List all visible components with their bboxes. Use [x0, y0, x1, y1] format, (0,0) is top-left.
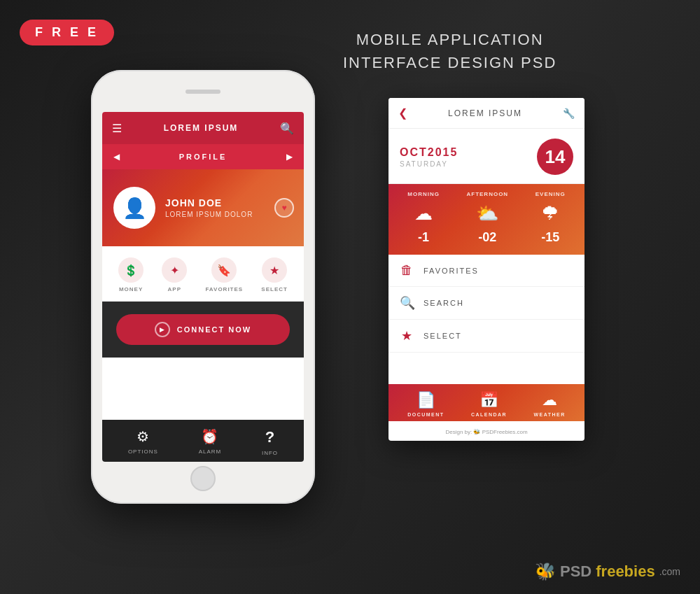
- menu-item-money[interactable]: 💲 MONEY: [118, 257, 144, 292]
- select-label: SELECT: [261, 286, 288, 292]
- profile-nav: ◀ PROFILE ▶: [102, 144, 304, 169]
- weather-morning: MORNING ☁ -1: [407, 191, 440, 245]
- info-icon: ?: [265, 428, 274, 446]
- morning-temp: -1: [418, 230, 429, 245]
- select-icon: ★: [262, 257, 287, 283]
- free-badge: F R E E: [20, 20, 114, 45]
- app-label: APP: [168, 286, 181, 292]
- heart-icon[interactable]: ♥: [274, 198, 294, 218]
- money-label: MONEY: [119, 286, 143, 292]
- profile-name: JOHN DOE: [165, 197, 253, 208]
- profile-hero: 👤 JOHN DOE LOREM IPSUM DOLOR ♥: [102, 169, 304, 246]
- credit-text: Design by: 🐝 PSDFreebies.com: [388, 429, 584, 435]
- trash-icon: 🗑: [400, 263, 414, 278]
- info-label: INFO: [262, 450, 278, 456]
- forward-arrow-icon[interactable]: ▶: [286, 152, 293, 162]
- morning-icon: ☁: [414, 203, 433, 225]
- connect-button[interactable]: ▶ CONNECT NOW: [116, 314, 290, 345]
- favorites-icon: 🔖: [211, 257, 237, 283]
- wrench-icon[interactable]: 🔧: [563, 108, 575, 119]
- watermark-suffix: .com: [659, 566, 680, 577]
- phone-home-button[interactable]: [190, 466, 216, 491]
- watermark-psd: PSD: [560, 563, 592, 581]
- flat-header-title: LOREM IPSUM: [448, 108, 522, 118]
- phone-footer: ⚙ OPTIONS ⏰ ALARM ? INFO: [102, 420, 304, 462]
- main-title: MOBILE APPLICATION INTERFACE DESIGN PSD: [343, 28, 556, 74]
- date-month: OCT2015: [400, 146, 458, 159]
- date-number: 14: [537, 139, 573, 175]
- document-icon: 📄: [416, 391, 435, 409]
- menu-item-favorites[interactable]: 🔖 FAVORITES: [205, 257, 243, 292]
- search-list-icon: 🔍: [400, 295, 414, 311]
- phone-header-title: LOREM IPSUM: [164, 123, 239, 133]
- evening-temp: -15: [541, 230, 559, 245]
- app-icon: ✦: [162, 257, 187, 283]
- back-arrow-icon[interactable]: ◀: [113, 152, 120, 162]
- star-list-icon: ★: [400, 328, 414, 344]
- avatar: 👤: [113, 187, 155, 229]
- phone-screen: ☰ LOREM IPSUM 🔍 ◀ PROFILE ▶ 👤 JOHN DOE L…: [102, 112, 304, 462]
- weather-section: MORNING ☁ -1 AFTERNOON ⛅ -02 EVENING 🌩 -…: [388, 184, 584, 255]
- tab-calendar[interactable]: 📅 CALENDAR: [471, 391, 507, 417]
- favorites-label: FAVORITES: [205, 286, 243, 292]
- evening-label: EVENING: [536, 191, 566, 197]
- weather-afternoon: AFTERNOON ⛅ -02: [466, 191, 508, 245]
- date-left: OCT2015 SATURDAY: [400, 146, 458, 168]
- watermark: 🐝 PSDfreebies.com: [535, 562, 680, 581]
- options-icon: ⚙: [136, 428, 149, 445]
- weather-columns: MORNING ☁ -1 AFTERNOON ⛅ -02 EVENING 🌩 -…: [394, 191, 579, 245]
- options-label: OPTIONS: [128, 448, 158, 455]
- list-item-search[interactable]: 🔍 SEARCH: [388, 287, 584, 320]
- footer-options[interactable]: ⚙ OPTIONS: [128, 428, 158, 456]
- alarm-label: ALARM: [199, 448, 222, 455]
- connect-section: ▶ CONNECT NOW: [102, 302, 304, 358]
- footer-alarm[interactable]: ⏰ ALARM: [199, 428, 222, 456]
- date-day: SATURDAY: [400, 160, 458, 168]
- morning-label: MORNING: [407, 191, 440, 197]
- menu-icon[interactable]: ☰: [112, 122, 122, 135]
- menu-item-select[interactable]: ★ SELECT: [261, 257, 288, 292]
- share-icon[interactable]: ❮: [398, 106, 407, 120]
- tab-weather[interactable]: ☁ WEATHER: [533, 391, 565, 417]
- user-icon: 👤: [122, 197, 147, 220]
- weather-evening: EVENING 🌩 -15: [536, 191, 566, 245]
- play-icon: ▶: [155, 322, 170, 337]
- weather-label: WEATHER: [533, 412, 565, 417]
- phone-mockup: ☰ LOREM IPSUM 🔍 ◀ PROFILE ▶ 👤 JOHN DOE L…: [91, 70, 315, 504]
- search-list-label: SEARCH: [424, 299, 464, 307]
- watermark-freebies: freebies: [596, 563, 654, 581]
- evening-icon: 🌩: [541, 203, 559, 225]
- select-list-label: SELECT: [424, 332, 462, 340]
- phone-speaker: [186, 90, 220, 94]
- menu-item-app[interactable]: ✦ APP: [162, 257, 187, 292]
- list-item-select[interactable]: ★ SELECT: [388, 320, 584, 353]
- flat-screen: ❮ LOREM IPSUM 🔧 OCT2015 SATURDAY 14 MORN…: [388, 98, 584, 441]
- profile-subtitle: LOREM IPSUM DOLOR: [165, 211, 253, 218]
- search-icon[interactable]: 🔍: [280, 122, 294, 135]
- calendar-label: CALENDAR: [471, 412, 507, 417]
- list-item-favorites[interactable]: 🗑 FAVORITES: [388, 255, 584, 287]
- date-section: OCT2015 SATURDAY 14: [388, 129, 584, 184]
- profile-info: JOHN DOE LOREM IPSUM DOLOR: [165, 197, 253, 218]
- connect-button-label: CONNECT NOW: [177, 325, 251, 334]
- afternoon-temp: -02: [478, 230, 496, 245]
- bottom-tabs: 📄 DOCUMENT 📅 CALENDAR ☁ WEATHER: [388, 384, 584, 421]
- money-icon: 💲: [118, 257, 144, 283]
- weather-tab-icon: ☁: [542, 391, 557, 409]
- flat-list: 🗑 FAVORITES 🔍 SEARCH ★ SELECT: [388, 255, 584, 353]
- menu-section: 💲 MONEY ✦ APP 🔖 FAVORITES ★ SELECT: [102, 246, 304, 302]
- favorites-list-label: FAVORITES: [424, 267, 479, 275]
- document-label: DOCUMENT: [407, 412, 444, 417]
- afternoon-icon: ⛅: [476, 203, 498, 225]
- footer-info[interactable]: ? INFO: [262, 428, 278, 456]
- profile-nav-title: PROFILE: [179, 153, 227, 161]
- afternoon-label: AFTERNOON: [466, 191, 508, 197]
- phone-header: ☰ LOREM IPSUM 🔍: [102, 112, 304, 144]
- tab-document[interactable]: 📄 DOCUMENT: [407, 391, 444, 417]
- alarm-icon: ⏰: [201, 428, 218, 445]
- calendar-icon: 📅: [479, 391, 498, 409]
- flat-header: ❮ LOREM IPSUM 🔧: [388, 98, 584, 129]
